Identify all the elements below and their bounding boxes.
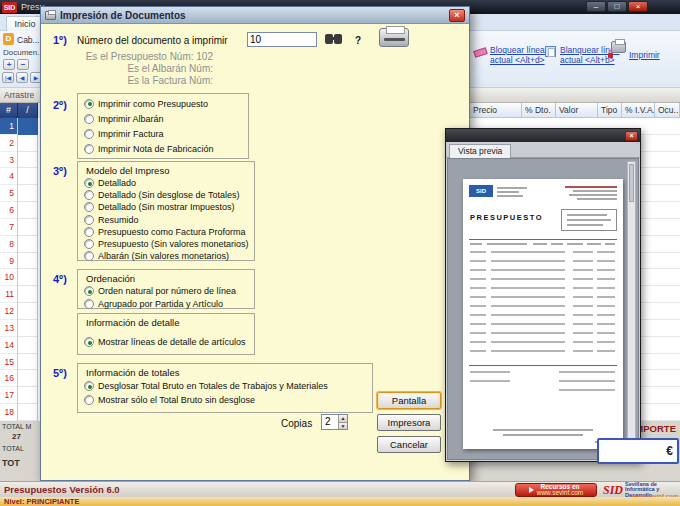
radio-option[interactable]: Detallado (Sin desglose de Totales) bbox=[84, 189, 254, 201]
dialog-titlebar[interactable]: Impresión de Documentos × bbox=[41, 7, 469, 24]
sid-logo: SID Sevillana de Informática y Desarroll… bbox=[601, 482, 679, 498]
copias-stepper[interactable]: 2 ▲ ▼ bbox=[321, 414, 348, 430]
row-number[interactable]: 9 bbox=[0, 253, 17, 270]
column-header-precio[interactable]: Precio bbox=[470, 103, 522, 118]
bloquear-linea-link[interactable]: Bloquear línea bbox=[490, 45, 545, 55]
column-header-valor[interactable]: Valor bbox=[556, 103, 598, 118]
radio-option[interactable]: Mostrar líneas de detalle de artículos bbox=[84, 336, 254, 348]
recursos-button[interactable]: Recursos en www.sevinf.com bbox=[515, 483, 597, 497]
nav-button[interactable]: |◀ bbox=[2, 72, 14, 83]
section-3-label: 3º) bbox=[53, 165, 67, 177]
radio-option[interactable]: Albarán (Sin valores monetarios) bbox=[84, 250, 254, 262]
cursor-icon bbox=[529, 487, 534, 493]
radio-option[interactable]: Presupuesto (Sin valores monetarios) bbox=[84, 238, 254, 250]
text-line bbox=[569, 194, 617, 196]
row-number[interactable]: 10 bbox=[0, 269, 17, 286]
grid-cells-column[interactable] bbox=[18, 118, 38, 421]
maximize-button[interactable]: □ bbox=[607, 1, 627, 12]
row-number[interactable]: 6 bbox=[0, 202, 17, 219]
radio-icon bbox=[84, 286, 94, 296]
minimize-button[interactable]: – bbox=[586, 1, 606, 12]
column-header-ocu[interactable]: Ocu... bbox=[655, 103, 680, 118]
radio-option[interactable]: Detallado bbox=[84, 177, 254, 189]
small-button[interactable]: + bbox=[3, 59, 15, 70]
radio-icon bbox=[84, 251, 94, 261]
document-info-lines: Es el Presupuesto Núm: 102 Es el Albarán… bbox=[77, 51, 213, 87]
table-column-text bbox=[470, 251, 486, 359]
text-line bbox=[470, 243, 482, 245]
radio-option[interactable]: Orden natural por número de línea bbox=[84, 285, 254, 298]
tab-cabecera[interactable]: Cab... bbox=[17, 35, 40, 45]
radio-option[interactable]: Imprimir Albarán bbox=[84, 111, 248, 126]
footer-line bbox=[493, 429, 593, 431]
radio-option[interactable]: Desglosar Total Bruto en Totales de Trab… bbox=[84, 379, 372, 393]
tab-vista-previa[interactable]: Vista previa bbox=[449, 144, 511, 158]
spin-down-icon[interactable]: ▼ bbox=[338, 422, 347, 430]
record-nav-buttons: |◀◀▶ bbox=[2, 72, 42, 83]
radio-option[interactable]: Imprimir Nota de Fabricación bbox=[84, 141, 248, 156]
imprimir-link[interactable]: Imprimir bbox=[629, 50, 660, 60]
row-number[interactable]: 12 bbox=[0, 303, 17, 320]
radio-option[interactable]: Agrupado por Partida y Artículo bbox=[84, 298, 254, 311]
row-number[interactable]: 3 bbox=[0, 152, 17, 169]
scrollbar-thumb[interactable] bbox=[629, 164, 634, 202]
column-header-tipo[interactable]: Tipo bbox=[598, 103, 622, 118]
radio-option[interactable]: Resumido bbox=[84, 214, 254, 226]
radio-option[interactable]: Presupuesto como Factura Proforma bbox=[84, 226, 254, 238]
search-binoculars-icon[interactable] bbox=[325, 34, 333, 44]
row-number[interactable]: 13 bbox=[0, 320, 17, 337]
selected-row-highlight bbox=[18, 118, 38, 135]
eraser-icon bbox=[473, 47, 488, 58]
section-1-label: 1º) bbox=[53, 34, 67, 46]
row-number-column: 123456789101112131415161718 bbox=[0, 118, 18, 421]
row-number[interactable]: 15 bbox=[0, 354, 17, 371]
impresora-button[interactable]: Impresora bbox=[377, 414, 441, 431]
radio-icon bbox=[84, 129, 94, 139]
printer-icon bbox=[611, 41, 626, 53]
row-number[interactable]: 16 bbox=[0, 370, 17, 387]
row-number[interactable]: 14 bbox=[0, 337, 17, 354]
tab-inicio[interactable]: Inicio bbox=[6, 16, 44, 31]
row-number[interactable]: 17 bbox=[0, 387, 17, 404]
dialog-close-button[interactable]: × bbox=[449, 9, 465, 22]
row-number[interactable]: 5 bbox=[0, 185, 17, 202]
text-line bbox=[551, 243, 563, 245]
row-number[interactable]: 1 bbox=[0, 118, 17, 135]
pantalla-button[interactable]: Pantalla bbox=[377, 392, 441, 409]
column-header-iva[interactable]: % I.V.A. bbox=[622, 103, 655, 118]
preview-titlebar[interactable]: × bbox=[446, 129, 640, 142]
preview-scrollbar[interactable] bbox=[627, 161, 636, 457]
row-number[interactable]: 8 bbox=[0, 236, 17, 253]
radio-option[interactable]: Imprimir Factura bbox=[84, 126, 248, 141]
cancelar-button[interactable]: Cancelar bbox=[377, 436, 441, 453]
preview-close-button[interactable]: × bbox=[625, 131, 638, 141]
radio-option[interactable]: Mostrar sólo el Total Bruto sin desglose bbox=[84, 393, 372, 407]
radio-option[interactable]: Imprimir como Presupuesto bbox=[84, 96, 248, 111]
column-header-slash[interactable]: / bbox=[18, 103, 38, 118]
table-rule bbox=[469, 365, 617, 366]
radio-icon bbox=[84, 178, 94, 188]
nav-button[interactable]: ◀ bbox=[16, 72, 28, 83]
bloquear-linea-link-2[interactable]: actual <Alt+d> bbox=[490, 55, 545, 65]
copias-value: 2 bbox=[322, 415, 338, 429]
small-button[interactable]: − bbox=[17, 59, 29, 70]
print-as-group: Imprimir como Presupuesto Imprimir Albar… bbox=[77, 93, 249, 159]
column-header-dto[interactable]: % Dto. bbox=[522, 103, 556, 118]
detail-info-group: Información de detalle Mostrar líneas de… bbox=[77, 313, 255, 355]
row-number[interactable]: 7 bbox=[0, 219, 17, 236]
row-number[interactable]: 4 bbox=[0, 168, 17, 185]
radio-icon bbox=[84, 395, 94, 405]
app-logo-icon: SID bbox=[2, 2, 17, 13]
row-number[interactable]: 2 bbox=[0, 135, 17, 152]
text-line bbox=[487, 243, 527, 245]
radio-icon bbox=[84, 227, 94, 237]
row-number[interactable]: 11 bbox=[0, 286, 17, 303]
column-header-hash[interactable]: # bbox=[0, 103, 18, 118]
close-button[interactable]: × bbox=[628, 1, 648, 12]
blanquear-linea-link-2[interactable]: actual <Alt+b> bbox=[560, 55, 615, 65]
row-number[interactable]: 18 bbox=[0, 404, 17, 421]
help-button[interactable]: ? bbox=[355, 35, 361, 46]
doc-number-input[interactable] bbox=[247, 32, 317, 47]
radio-option[interactable]: Detallado (Sin mostrar Impuestos) bbox=[84, 201, 254, 213]
text-line bbox=[497, 195, 523, 197]
